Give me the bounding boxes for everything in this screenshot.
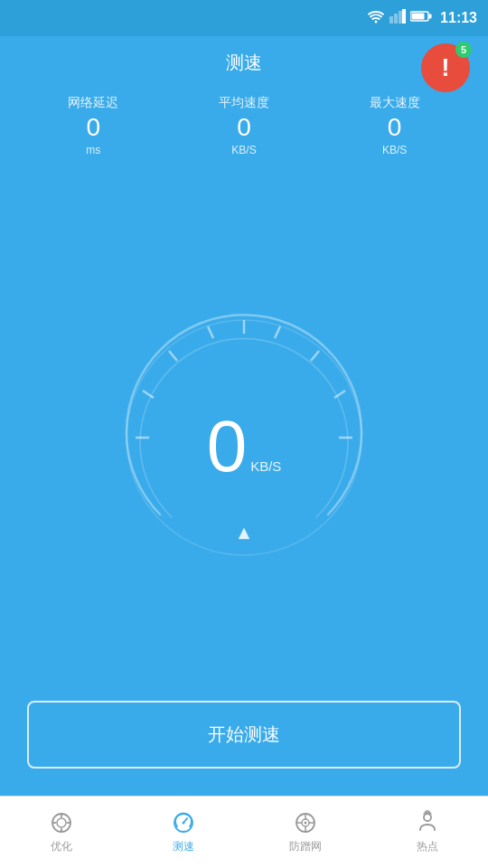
avg-speed-unit: KB/S <box>231 144 256 156</box>
speedometer: 0 KB/S <box>90 293 398 582</box>
speed-unit: KB/S <box>250 458 281 474</box>
alert-badge: 5 <box>455 42 472 58</box>
stat-latency: 网络延迟 0 ms <box>68 95 118 156</box>
nav-label-speedtest: 测速 <box>173 839 194 854</box>
optimize-icon <box>49 810 74 835</box>
hotspot-icon <box>415 810 440 835</box>
svg-rect-2 <box>399 11 402 24</box>
svg-line-13 <box>275 326 280 338</box>
speedtest-icon <box>171 810 196 835</box>
speedometer-container: 0 KB/S <box>0 175 488 701</box>
svg-rect-1 <box>394 14 398 24</box>
start-speed-test-button[interactable]: 开始测速 <box>27 701 461 769</box>
clock-time: 11:13 <box>440 10 477 26</box>
max-speed-unit: KB/S <box>382 144 407 156</box>
header: 测速 ! 5 <box>0 36 488 86</box>
wifi-icon <box>367 9 385 27</box>
bottom-nav: 优化 测速 防蹭网 <box>0 796 488 868</box>
svg-line-14 <box>311 351 319 361</box>
nav-item-antileech[interactable]: 防蹭网 <box>244 803 366 862</box>
svg-point-26 <box>182 822 184 825</box>
svg-line-10 <box>169 351 177 361</box>
signal-icon <box>389 9 406 27</box>
avg-speed-label: 平均速度 <box>219 95 269 111</box>
alert-button[interactable]: ! 5 <box>421 43 470 92</box>
max-speed-label: 最大速度 <box>370 95 420 111</box>
stats-row: 网络延迟 0 ms 平均速度 0 KB/S 最大速度 0 KB/S <box>0 86 488 165</box>
battery-icon <box>410 10 432 26</box>
svg-point-19 <box>57 818 66 827</box>
nav-item-speedtest[interactable]: 测速 <box>122 803 244 862</box>
nav-item-hotspot[interactable]: 热点 <box>366 803 488 862</box>
exclamation-icon: ! <box>441 53 449 82</box>
antileech-icon <box>293 810 318 835</box>
svg-point-34 <box>424 814 431 821</box>
svg-rect-3 <box>402 9 406 24</box>
nav-item-optimize[interactable]: 优化 <box>0 803 122 862</box>
max-speed-value: 0 <box>388 115 402 140</box>
status-bar: 11:13 <box>0 0 488 36</box>
avg-speed-value: 0 <box>237 115 251 140</box>
svg-line-11 <box>208 326 213 338</box>
latency-unit: ms <box>86 144 100 156</box>
start-button-container: 开始测速 <box>0 701 488 796</box>
latency-label: 网络延迟 <box>68 95 118 111</box>
status-icons: 11:13 <box>367 9 477 27</box>
svg-rect-6 <box>429 14 432 19</box>
stat-avg-speed: 平均速度 0 KB/S <box>219 95 269 156</box>
latency-value: 0 <box>87 115 101 140</box>
svg-point-33 <box>304 822 306 825</box>
speed-display: 0 KB/S <box>207 410 282 483</box>
nav-label-antileech: 防蹭网 <box>289 839 322 854</box>
speed-value: 0 <box>207 410 248 483</box>
main-container: 测速 ! 5 网络延迟 0 ms 平均速度 0 KB/S 最大速度 0 KB/S <box>0 36 488 796</box>
svg-marker-17 <box>239 528 249 539</box>
nav-label-optimize: 优化 <box>51 839 72 854</box>
nav-label-hotspot: 热点 <box>417 839 438 854</box>
svg-rect-0 <box>389 16 393 24</box>
page-title: 测速 <box>226 51 262 75</box>
svg-rect-5 <box>412 14 425 20</box>
stat-max-speed: 最大速度 0 KB/S <box>370 95 420 156</box>
